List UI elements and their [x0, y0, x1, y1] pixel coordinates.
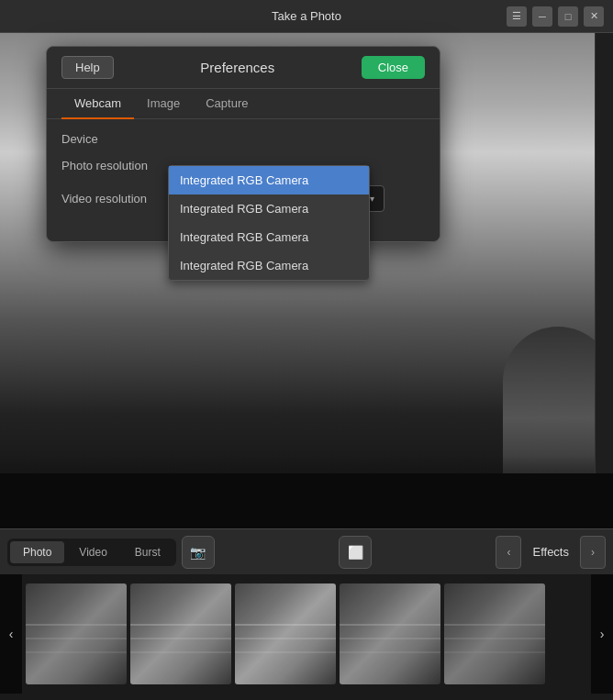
bottom-black-bar: [0, 473, 613, 528]
dialog-title: Preferences: [200, 60, 274, 75]
bottom-toolbar: Photo Video Burst 📷 ⬜ ‹ Effects ›: [0, 528, 613, 574]
effects-label: Effects: [525, 545, 576, 559]
right-panel: [595, 33, 613, 473]
maximize-button[interactable]: □: [558, 6, 578, 27]
preferences-dialog: Help Preferences Close Webcam Image Capt…: [46, 46, 440, 242]
preferences-tabs: Webcam Image Capture: [47, 89, 440, 119]
thumbnail-image-4: [340, 583, 440, 684]
effects-prev-button[interactable]: ‹: [496, 536, 521, 569]
thumbnails-strip: ‹ ›: [0, 574, 613, 694]
menu-button[interactable]: ☰: [507, 6, 527, 27]
device-option-1[interactable]: Integrated RGB Camera: [169, 166, 369, 194]
titlebar: Take a Photo ☰ ─ □ ✕: [0, 0, 613, 33]
device-row: Device: [61, 132, 425, 146]
close-window-button[interactable]: ✕: [584, 6, 604, 27]
help-button[interactable]: Help: [61, 56, 114, 79]
effects-next-button[interactable]: ›: [580, 536, 606, 569]
window-title: Take a Photo: [272, 9, 341, 23]
minimize-button[interactable]: ─: [532, 6, 552, 27]
effects-group: ‹ Effects ›: [496, 536, 606, 569]
dialog-body: Device Photo resolution Video resolution…: [47, 119, 440, 241]
close-dialog-button[interactable]: Close: [362, 56, 425, 79]
tab-image[interactable]: Image: [134, 89, 193, 119]
device-option-4[interactable]: Integrated RGB Camera: [169, 251, 369, 280]
burst-mode-button[interactable]: Burst: [122, 541, 173, 563]
photo-mode-button[interactable]: Photo: [10, 541, 64, 563]
camera-icon: 📷: [190, 545, 206, 560]
tab-capture[interactable]: Capture: [193, 89, 261, 119]
thumbnail-image-3: [235, 583, 336, 684]
thumbnail-3[interactable]: [235, 583, 336, 684]
video-record-button[interactable]: ⬜: [339, 536, 372, 569]
video-resolution-label: Video resolution: [61, 192, 172, 206]
camera-icon-button[interactable]: 📷: [182, 536, 215, 569]
photo-resolution-label: Photo resolution: [61, 159, 172, 172]
thumbnail-5[interactable]: [444, 583, 545, 684]
thumbnail-image-1: [26, 583, 127, 684]
mode-group: Photo Video Burst: [7, 539, 176, 566]
thumbnail-4[interactable]: [340, 583, 440, 684]
device-option-2[interactable]: Integrated RGB Camera: [169, 194, 369, 223]
thumbnail-image-2: [130, 583, 231, 684]
window-controls: ☰ ─ □ ✕: [507, 6, 604, 27]
tab-webcam[interactable]: Webcam: [61, 89, 134, 119]
dialog-header: Help Preferences Close: [47, 47, 440, 89]
thumbnail-1[interactable]: [26, 583, 127, 684]
device-option-3[interactable]: Integrated RGB Camera: [169, 223, 369, 251]
dropdown-arrow-icon: ▾: [370, 194, 374, 204]
thumbnail-image-5: [444, 583, 545, 684]
video-record-icon: ⬜: [348, 545, 363, 560]
device-dropdown-list: Integrated RGB Camera Integrated RGB Cam…: [168, 165, 370, 281]
thumbnails-prev-button[interactable]: ‹: [0, 574, 22, 694]
device-label: Device: [61, 132, 172, 146]
video-mode-button[interactable]: Video: [66, 541, 119, 563]
thumbnail-2[interactable]: [130, 583, 231, 684]
thumbnails-next-button[interactable]: ›: [591, 574, 613, 694]
thumbnails-inner: [22, 576, 591, 692]
